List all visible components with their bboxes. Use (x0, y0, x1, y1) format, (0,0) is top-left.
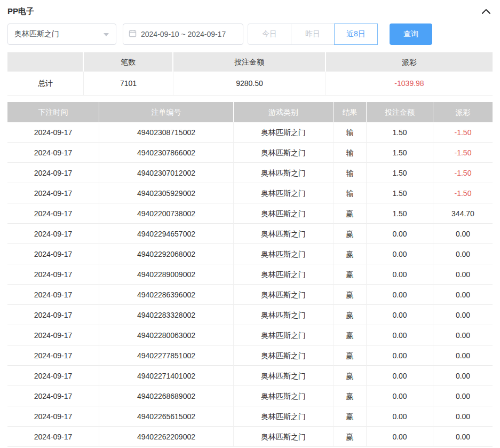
cell-bet-amount: 1.50 (367, 122, 433, 143)
cell-order-number: 49402294657002 (99, 224, 234, 244)
cell-bet-amount: 0.00 (367, 366, 433, 386)
cell-result: 输 (334, 143, 367, 163)
date-range-input[interactable]: 2024-09-10 ~ 2024-09-17 (123, 23, 243, 45)
table-row: 2024-09-17 49402307012002 奥林匹斯之门 输 1.50 … (7, 163, 493, 183)
cell-result: 赢 (334, 244, 367, 264)
cell-bet-time: 2024-09-17 (7, 143, 99, 163)
cell-result: 赢 (334, 366, 367, 386)
cell-bet-time: 2024-09-17 (7, 406, 99, 427)
summary-total-bet-amount: 9280.50 (173, 72, 326, 96)
cell-bet-time: 2024-09-17 (7, 325, 99, 345)
cell-bet-amount: 0.00 (367, 305, 433, 325)
summary-total-label: 总计 (7, 72, 84, 96)
table-row: 2024-09-17 49402307866002 奥林匹斯之门 输 1.50 … (7, 143, 493, 163)
cell-order-number: 49402271401002 (99, 366, 234, 386)
cell-payout: -1.50 (433, 143, 493, 163)
cell-bet-amount: 1.50 (367, 183, 433, 203)
cell-order-number: 49402283328002 (99, 305, 234, 325)
cell-payout: 344.70 (433, 203, 493, 224)
cell-result: 赢 (334, 203, 367, 224)
yesterday-button[interactable]: 昨日 (291, 23, 335, 45)
summary-header-payout: 派彩 (326, 52, 493, 72)
panel-header: PP电子 (7, 4, 493, 18)
chevron-down-icon (103, 30, 109, 38)
cell-bet-time: 2024-09-17 (7, 203, 99, 224)
cell-game-category: 奥林匹斯之门 (234, 203, 334, 224)
bet-table-header-row: 下注时间 注单编号 游戏类别 结果 投注金额 派彩 (7, 102, 493, 122)
cell-bet-time: 2024-09-17 (7, 366, 99, 386)
header-game-category: 游戏类别 (234, 102, 334, 122)
cell-game-category: 奥林匹斯之门 (234, 427, 334, 447)
cell-result: 赢 (334, 305, 367, 325)
summary-total-payout: -1039.98 (326, 72, 493, 96)
cell-payout: 0.00 (433, 325, 493, 345)
cell-bet-time: 2024-09-17 (7, 264, 99, 285)
cell-result: 赢 (334, 386, 367, 406)
cell-payout: 0.00 (433, 224, 493, 244)
cell-game-category: 奥林匹斯之门 (234, 163, 334, 183)
table-row: 2024-09-17 49402200738002 奥林匹斯之门 赢 1.50 … (7, 203, 493, 224)
header-order-number: 注单编号 (99, 102, 234, 122)
table-row: 2024-09-17 49402283328002 奥林匹斯之门 赢 0.00 … (7, 305, 493, 325)
header-payout: 派彩 (433, 102, 493, 122)
cell-bet-amount: 1.50 (367, 203, 433, 224)
cell-bet-time: 2024-09-17 (7, 386, 99, 406)
cell-order-number: 49402292068002 (99, 244, 234, 264)
cell-payout: 0.00 (433, 264, 493, 285)
search-button[interactable]: 查询 (390, 23, 432, 45)
game-select[interactable]: 奥林匹斯之门 (7, 23, 116, 45)
cell-order-number: 49402307866002 (99, 143, 234, 163)
header-bet-time: 下注时间 (7, 102, 99, 122)
filter-bar: 奥林匹斯之门 2024-09-10 ~ 2024-09-17 今日 昨日 近8日… (7, 23, 493, 45)
cell-order-number: 49402268689002 (99, 386, 234, 406)
cell-bet-amount: 1.50 (367, 163, 433, 183)
cell-order-number: 49402305929002 (99, 183, 234, 203)
game-select-value: 奥林匹斯之门 (14, 29, 59, 39)
cell-result: 赢 (334, 406, 367, 427)
collapse-chevron-up-icon[interactable] (480, 6, 493, 16)
date-range-value: 2024-09-10 ~ 2024-09-17 (141, 30, 226, 38)
cell-payout: -1.50 (433, 163, 493, 183)
cell-bet-amount: 0.00 (367, 224, 433, 244)
cell-result: 赢 (334, 345, 367, 366)
cell-game-category: 奥林匹斯之门 (234, 183, 334, 203)
cell-bet-amount: 0.00 (367, 264, 433, 285)
cell-result: 赢 (334, 427, 367, 447)
summary-total-count: 7101 (84, 72, 173, 96)
cell-game-category: 奥林匹斯之门 (234, 224, 334, 244)
cell-bet-amount: 0.00 (367, 345, 433, 366)
cell-payout: -1.50 (433, 183, 493, 203)
summary-table: 笔数 投注金额 派彩 总计 7101 9280.50 -1039.98 (7, 52, 493, 96)
last-8-days-button[interactable]: 近8日 (334, 23, 378, 45)
pp-electronic-panel: PP电子 奥林匹斯之门 2024-09-10 ~ 2024-09-17 今日 昨… (0, 0, 500, 448)
cell-order-number: 49402262209002 (99, 427, 234, 447)
cell-bet-time: 2024-09-17 (7, 305, 99, 325)
cell-payout: 0.00 (433, 427, 493, 447)
table-row: 2024-09-17 49402286396002 奥林匹斯之门 赢 0.00 … (7, 285, 493, 305)
cell-bet-amount: 0.00 (367, 285, 433, 305)
cell-result: 输 (334, 183, 367, 203)
header-result: 结果 (334, 102, 367, 122)
table-row: 2024-09-17 49402292068002 奥林匹斯之门 赢 0.00 … (7, 244, 493, 264)
table-row: 2024-09-17 49402308715002 奥林匹斯之门 输 1.50 … (7, 122, 493, 143)
cell-bet-time: 2024-09-17 (7, 163, 99, 183)
calendar-icon (129, 29, 137, 39)
cell-payout: 0.00 (433, 386, 493, 406)
cell-order-number: 49402277851002 (99, 345, 234, 366)
table-row: 2024-09-17 49402305929002 奥林匹斯之门 输 1.50 … (7, 183, 493, 203)
table-row: 2024-09-17 49402271401002 奥林匹斯之门 赢 0.00 … (7, 366, 493, 386)
cell-order-number: 49402307012002 (99, 163, 234, 183)
cell-bet-amount: 0.00 (367, 244, 433, 264)
summary-header-count: 笔数 (84, 52, 173, 72)
summary-header-bet-amount: 投注金额 (173, 52, 326, 72)
table-row: 2024-09-17 49402277851002 奥林匹斯之门 赢 0.00 … (7, 345, 493, 366)
cell-result: 赢 (334, 325, 367, 345)
cell-game-category: 奥林匹斯之门 (234, 325, 334, 345)
cell-bet-amount: 0.00 (367, 427, 433, 447)
cell-result: 输 (334, 163, 367, 183)
cell-payout: 0.00 (433, 345, 493, 366)
cell-bet-time: 2024-09-17 (7, 224, 99, 244)
quick-date-button-group: 今日 昨日 近8日 (248, 23, 378, 45)
today-button[interactable]: 今日 (248, 23, 291, 45)
cell-game-category: 奥林匹斯之门 (234, 122, 334, 143)
